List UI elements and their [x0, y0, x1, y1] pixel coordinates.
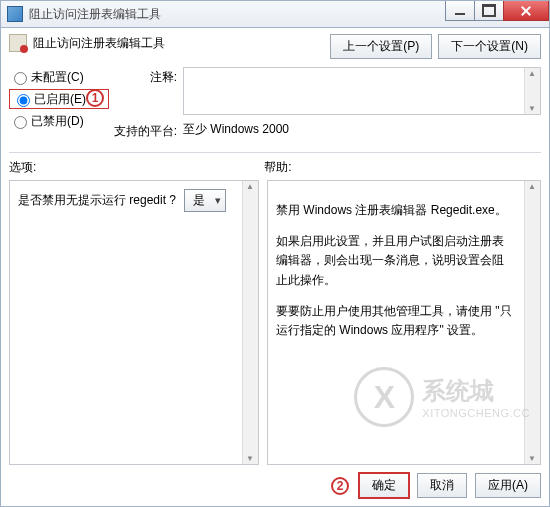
help-scrollbar[interactable] — [524, 181, 540, 464]
radio-input-enabled[interactable] — [17, 94, 30, 107]
radio-enabled[interactable]: 已启用(E) 1 — [9, 89, 109, 109]
option-select[interactable]: 是 — [184, 189, 226, 212]
prev-setting-button[interactable]: 上一个设置(P) — [330, 34, 432, 59]
comment-scrollbar[interactable] — [524, 68, 540, 114]
radio-label-disabled: 已禁用(D) — [31, 113, 84, 130]
help-p2: 如果启用此设置，并且用户试图启动注册表编辑器，则会出现一条消息，说明设置会阻止此… — [276, 232, 514, 290]
radio-label-enabled: 已启用(E) — [34, 91, 86, 108]
titlebar: 阻止访问注册表编辑工具 — [0, 0, 550, 28]
header-left: 阻止访问注册表编辑工具 — [9, 34, 165, 52]
header-buttons: 上一个设置(P) 下一个设置(N) — [330, 34, 541, 59]
radio-label-not-configured: 未配置(C) — [31, 69, 84, 86]
config-area: 未配置(C) 已启用(E) 1 已禁用(D) 注释: 支持的平台: 至少 Wi — [9, 67, 541, 140]
cancel-button[interactable]: 取消 — [417, 473, 467, 498]
help-inner: 禁用 Windows 注册表编辑器 Regedit.exe。 如果启用此设置，并… — [276, 201, 532, 340]
option-row: 是否禁用无提示运行 regedit ? 是 — [18, 189, 232, 212]
options-panel: 是否禁用无提示运行 regedit ? 是 — [9, 180, 259, 465]
option-question: 是否禁用无提示运行 regedit ? — [18, 191, 176, 210]
radio-input-not-configured[interactable] — [14, 72, 27, 85]
callout-marker-1: 1 — [86, 89, 104, 107]
options-scrollbar[interactable] — [242, 181, 258, 464]
callout-marker-2: 2 — [331, 477, 349, 495]
policy-icon — [9, 34, 27, 52]
options-label: 选项: — [9, 159, 264, 176]
platform-row: 支持的平台: 至少 Windows 2000 — [113, 121, 541, 140]
radio-group: 未配置(C) 已启用(E) 1 已禁用(D) — [9, 67, 109, 140]
window-title: 阻止访问注册表编辑工具 — [29, 6, 161, 23]
help-label: 帮助: — [264, 159, 541, 176]
apply-button[interactable]: 应用(A) — [475, 473, 541, 498]
next-setting-button[interactable]: 下一个设置(N) — [438, 34, 541, 59]
header-row: 阻止访问注册表编辑工具 上一个设置(P) 下一个设置(N) — [9, 34, 541, 59]
platform-value: 至少 Windows 2000 — [183, 121, 541, 140]
footer: 2 确定 取消 应用(A) — [9, 473, 541, 498]
comment-row: 注释: — [113, 67, 541, 115]
help-p3: 要要防止用户使用其他管理工具，请使用 "只运行指定的 Windows 应用程序"… — [276, 302, 514, 340]
config-right: 注释: 支持的平台: 至少 Windows 2000 — [113, 67, 541, 140]
radio-not-configured[interactable]: 未配置(C) — [9, 67, 109, 87]
section-labels: 选项: 帮助: — [9, 159, 541, 176]
client-area: 阻止访问注册表编辑工具 上一个设置(P) 下一个设置(N) 未配置(C) 已启用… — [0, 28, 550, 507]
options-inner: 是否禁用无提示运行 regedit ? 是 — [18, 189, 250, 212]
radio-disabled[interactable]: 已禁用(D) — [9, 111, 109, 131]
help-panel: 禁用 Windows 注册表编辑器 Regedit.exe。 如果启用此设置，并… — [267, 180, 541, 465]
comment-textarea[interactable] — [183, 67, 541, 115]
close-button[interactable] — [503, 1, 549, 21]
comment-label: 注释: — [113, 67, 177, 86]
separator — [9, 152, 541, 153]
radio-input-disabled[interactable] — [14, 116, 27, 129]
page-heading: 阻止访问注册表编辑工具 — [33, 35, 165, 52]
window-buttons — [446, 1, 549, 27]
platform-label: 支持的平台: — [113, 121, 177, 140]
maximize-button[interactable] — [474, 1, 504, 21]
app-icon — [7, 6, 23, 22]
panels: 是否禁用无提示运行 regedit ? 是 禁用 Windows 注册表编辑器 … — [9, 180, 541, 465]
ok-button[interactable]: 确定 — [359, 473, 409, 498]
minimize-button[interactable] — [445, 1, 475, 21]
option-select-value: 是 — [193, 191, 205, 210]
help-p1: 禁用 Windows 注册表编辑器 Regedit.exe。 — [276, 201, 514, 220]
